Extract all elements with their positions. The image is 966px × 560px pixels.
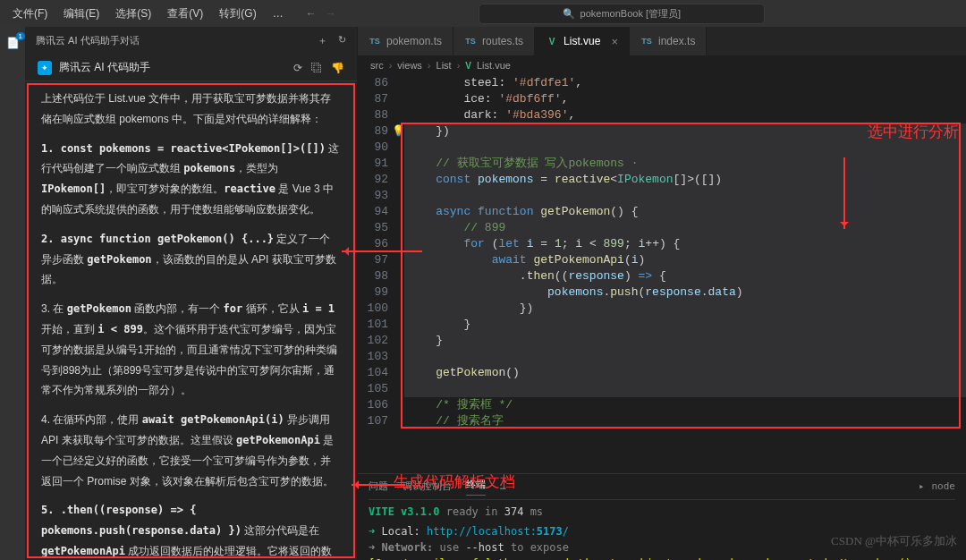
breadcrumbs[interactable]: src› views› List› V List.vue bbox=[358, 55, 966, 75]
menu-more-icon[interactable]: … bbox=[266, 4, 291, 23]
code-line[interactable] bbox=[404, 349, 966, 365]
annotation-arrow bbox=[843, 157, 845, 229]
code-line[interactable] bbox=[404, 140, 966, 156]
terminal-output: VITE v3.1.0 ready in 374 ms ➜ Local: htt… bbox=[369, 504, 955, 561]
nav-back-icon[interactable]: ← bbox=[306, 7, 317, 20]
search-icon: 🔍 bbox=[563, 8, 575, 20]
ts-icon: TS bbox=[369, 35, 381, 47]
menu-edit[interactable]: 编辑(E) bbox=[56, 3, 106, 25]
title-text: pokemonBook [管理员] bbox=[580, 7, 682, 21]
term-shell-icon[interactable]: ▸ bbox=[919, 479, 925, 495]
code-line[interactable]: steel: '#dfdfe1', bbox=[404, 75, 966, 91]
editor-tab[interactable]: TSindex.ts bbox=[630, 27, 707, 55]
menu-goto[interactable]: 转到(G) bbox=[212, 3, 263, 25]
term-tab-problems[interactable]: 问题 bbox=[369, 479, 388, 495]
vue-icon: V bbox=[546, 35, 558, 47]
watermark: CSDN @中杯可乐多加冰 bbox=[831, 533, 957, 549]
chat-response: 上述代码位于 List.vue 文件中，用于获取宝可梦数据并将其存储在响应式数组… bbox=[27, 83, 355, 558]
refresh-icon[interactable]: ⟳ bbox=[293, 62, 302, 74]
code-line[interactable]: }) bbox=[404, 301, 966, 317]
code-line[interactable]: // 获取宝可梦数据 写入pokemons · bbox=[404, 156, 966, 172]
code-line[interactable]: /* 搜索框 */ bbox=[404, 397, 966, 413]
ai-chat-panel: 腾讯云 AI 代码助手对话 ＋ ↻ ✦ 腾讯云 AI 代码助手 ⟳ ⿻ 👎 上述… bbox=[25, 27, 358, 560]
history-icon[interactable]: ↻ bbox=[338, 34, 346, 47]
menu-view[interactable]: 查看(V) bbox=[160, 3, 210, 25]
term-shell-label: node bbox=[932, 479, 956, 495]
code-line[interactable]: // 899 bbox=[404, 220, 966, 236]
explorer-icon[interactable]: 📄1 bbox=[4, 34, 21, 52]
brand-icon: ✦ bbox=[38, 61, 52, 75]
editor-tab[interactable]: TSpokemon.ts bbox=[358, 27, 453, 55]
copy-icon[interactable]: ⿻ bbox=[311, 62, 322, 74]
close-icon[interactable]: × bbox=[611, 35, 618, 48]
code-line[interactable]: dark: '#bda396', bbox=[404, 107, 966, 123]
nav-forward-icon[interactable]: → bbox=[326, 7, 336, 20]
ts-icon: TS bbox=[640, 35, 653, 47]
new-chat-icon[interactable]: ＋ bbox=[318, 34, 327, 47]
tab-label: routes.ts bbox=[482, 35, 523, 47]
code-editor[interactable]: 8687888990919293949596979899100101102103… bbox=[358, 75, 966, 473]
code-line[interactable]: getPokemon() bbox=[404, 365, 966, 381]
menubar: 文件(F) 编辑(E) 选择(S) 查看(V) 转到(G) … ← → 🔍 po… bbox=[0, 0, 966, 27]
lightbulb-icon[interactable]: 💡 bbox=[392, 123, 405, 140]
editor-tabs: TSpokemon.tsTSroutes.tsVList.vue×TSindex… bbox=[358, 27, 966, 55]
code-line[interactable] bbox=[404, 188, 966, 204]
chat-brand: 腾讯云 AI 代码助手 bbox=[59, 60, 150, 75]
activity-bar: 📄1 bbox=[0, 27, 25, 560]
editor-tab[interactable]: TSroutes.ts bbox=[453, 27, 535, 55]
annotation-label-doc: 生成代码解析文档 bbox=[394, 471, 515, 492]
vue-icon: V bbox=[465, 61, 471, 71]
code-line[interactable]: } bbox=[404, 333, 966, 349]
code-line[interactable]: pokemons.push(response.data) bbox=[404, 284, 966, 301]
tab-label: pokemon.ts bbox=[386, 35, 442, 47]
menu-select[interactable]: 选择(S) bbox=[108, 3, 158, 25]
code-line[interactable]: await getPokemonApi(i) bbox=[404, 252, 966, 268]
code-line[interactable]: const pokemons = reactive<IPokemon[]>([]… bbox=[404, 172, 966, 188]
panel-title: 腾讯云 AI 代码助手对话 bbox=[36, 34, 140, 47]
code-line[interactable]: .then((response) => { bbox=[404, 268, 966, 284]
command-center[interactable]: 🔍 pokemonBook [管理员] bbox=[479, 4, 765, 24]
code-line[interactable]: ice: '#dbf6ff', bbox=[404, 91, 966, 107]
ts-icon: TS bbox=[464, 35, 477, 47]
tab-label: index.ts bbox=[658, 35, 695, 47]
code-line[interactable]: async function getPokemon() { bbox=[404, 204, 966, 220]
code-line[interactable]: } bbox=[404, 317, 966, 333]
editor-tab[interactable]: VList.vue× bbox=[535, 27, 630, 55]
tab-label: List.vue bbox=[564, 35, 600, 47]
annotation-arrow bbox=[342, 250, 422, 252]
annotation-label-analyze: 选中进行分析 bbox=[868, 124, 959, 140]
code-line[interactable]: // 搜索名字 bbox=[404, 413, 966, 429]
menu-file[interactable]: 文件(F) bbox=[5, 3, 55, 25]
code-line[interactable]: for (let i = 1; i < 899; i++) { bbox=[404, 236, 966, 252]
thumbs-down-icon[interactable]: 👎 bbox=[331, 62, 344, 74]
code-line[interactable] bbox=[404, 381, 966, 397]
